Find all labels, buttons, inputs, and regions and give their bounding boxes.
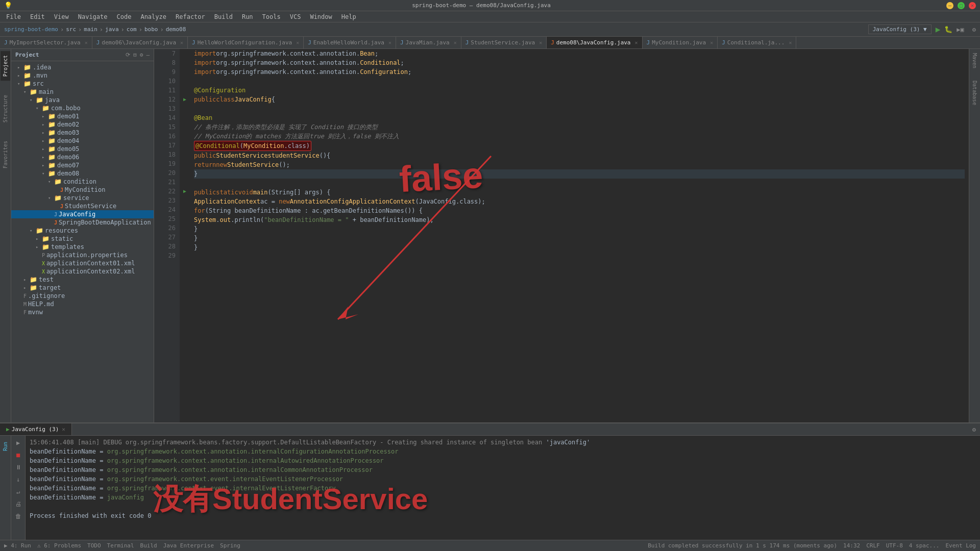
debug-button[interactable]: 🐛 (944, 26, 952, 33)
minimize-button[interactable]: — (946, 2, 953, 9)
code-line-10[interactable] (194, 77, 965, 86)
build-label[interactable]: Build (140, 542, 157, 549)
tab-close-icon[interactable]: ✕ (789, 40, 792, 45)
menu-item-file[interactable]: File (2, 12, 25, 21)
run-config-selector[interactable]: JavaConfig (3) ▼ (868, 24, 932, 34)
line-endings[interactable]: CRLF (866, 542, 880, 549)
menu-item-help[interactable]: Help (337, 12, 360, 21)
tab-helloworldconfig[interactable]: J HelloWorldConfiguration.java ✕ (188, 37, 304, 48)
restart-button[interactable]: ▶ (13, 438, 23, 448)
menu-item-analyze[interactable]: Analyze (136, 12, 170, 21)
tree-item-SpringBootDemoApp[interactable]: JSpringBootDemoApplication (11, 218, 154, 227)
tree-item-MyCondition[interactable]: JMyCondition (11, 186, 154, 194)
pause-button[interactable]: ⏸ (13, 462, 23, 472)
tree-item-mvnw[interactable]: Fmvnw (11, 308, 154, 316)
code-line-20[interactable]: } (194, 169, 965, 179)
run-tab-close[interactable]: ✕ (62, 426, 65, 433)
code-line-12[interactable]: public class JavaConfig { (194, 95, 965, 104)
menu-item-view[interactable]: View (50, 12, 73, 21)
tab-javaconfig-active[interactable]: J demo08\JavaConfig.java ✕ (547, 37, 642, 48)
code-line-23[interactable]: ApplicationContext ac = new AnnotationCo… (194, 197, 965, 206)
tree-item-java[interactable]: ▾📁java (11, 96, 154, 104)
code-line-19[interactable]: return new StudentService(); (194, 160, 965, 169)
vtab-structure[interactable]: Structure (1, 91, 10, 127)
print-button[interactable]: 🖨 (13, 499, 23, 509)
tab-close-icon[interactable]: ✕ (180, 40, 183, 45)
indent-display[interactable]: 4 spac... (909, 542, 940, 549)
code-line-22[interactable]: public static void main(String[] args) { (194, 188, 965, 197)
tab-studentservice[interactable]: J StudentService.java ✕ (461, 37, 547, 48)
terminal-label[interactable]: Terminal (107, 542, 134, 549)
toolbar-settings[interactable]: ⚙ (972, 26, 976, 33)
soft-wrap-button[interactable]: ↵ (13, 487, 23, 497)
tab-conditional[interactable]: J Conditional.ja... ✕ (718, 37, 796, 48)
code-line-17[interactable]: @Conditional(MyCondition.class) (194, 141, 965, 151)
menu-item-run[interactable]: Run (238, 12, 257, 21)
tree-item-app_props[interactable]: Papplication.properties (11, 251, 154, 259)
java-enterprise-label[interactable]: Java Enterprise (163, 542, 214, 549)
menu-item-window[interactable]: Window (306, 12, 336, 21)
run-vtab-run[interactable]: Run (1, 438, 10, 455)
code-line-13[interactable] (194, 104, 965, 113)
tree-item-static[interactable]: ▸📁static (11, 235, 154, 243)
tab-close-icon[interactable]: ✕ (635, 40, 638, 45)
code-line-11[interactable]: @Configuration (194, 86, 965, 95)
tree-item-idea[interactable]: ▸📁.idea (11, 63, 154, 71)
tree-item-appCtx02[interactable]: XapplicationContext02.xml (11, 267, 154, 276)
tree-item-target[interactable]: ▸📁target (11, 284, 154, 292)
code-line-8[interactable]: import org.springframework.context.annot… (194, 58, 965, 67)
clear-button[interactable]: 🗑 (13, 511, 23, 521)
tree-item-demo05[interactable]: ▸📁demo05 (11, 145, 154, 153)
tree-item-JavaConfig[interactable]: JJavaConfig (11, 210, 154, 218)
stop-button[interactable]: ■ (13, 450, 23, 460)
tree-item-test[interactable]: ▸📁test (11, 276, 154, 284)
problems-label[interactable]: ⚠ 6: Problems (37, 542, 81, 549)
tab-myimportselector[interactable]: J MyImportSelector.java ✕ (0, 37, 92, 48)
settings-icon[interactable]: ⚙ (140, 52, 143, 58)
close-panel-icon[interactable]: — (146, 52, 150, 58)
rvtab-database[interactable]: Database (970, 77, 979, 109)
tab-mycondition[interactable]: J MyCondition.java ✕ (643, 37, 718, 48)
tab-close-icon[interactable]: ✕ (388, 40, 391, 45)
tab-close-icon[interactable]: ✕ (539, 40, 542, 45)
code-line-21[interactable] (194, 179, 965, 188)
tab-close-icon[interactable]: ✕ (296, 40, 299, 45)
tab-javaconfig-demo06[interactable]: J demo06\JavaConfig.java ✕ (92, 37, 188, 48)
tree-item-templates[interactable]: ▸📁templates (11, 243, 154, 251)
run-settings-icon[interactable]: ⚙ (972, 426, 976, 433)
tree-item-src[interactable]: ▾📁src (11, 80, 154, 88)
run-tab-javaconfig[interactable]: ▶ JavaConfig (3) ✕ (0, 423, 72, 435)
code-line-7[interactable]: import org.springframework.context.annot… (194, 49, 965, 58)
menu-item-edit[interactable]: Edit (26, 12, 49, 21)
menu-item-vcs[interactable]: VCS (286, 12, 305, 21)
tab-enablehelloworld[interactable]: J EnableHelloWorld.java ✕ (304, 37, 396, 48)
code-line-18[interactable]: public StudentService studentService(){ (194, 151, 965, 160)
menu-item-refactor[interactable]: Refactor (172, 12, 209, 21)
rvtab-maven[interactable]: Maven (970, 49, 979, 72)
run-with-coverage-button[interactable]: ▶▣ (957, 26, 964, 33)
menu-item-navigate[interactable]: Navigate (74, 12, 112, 21)
tree-item-demo08[interactable]: ▾📁demo08 (11, 169, 154, 178)
tree-item-condition[interactable]: ▾📁condition (11, 178, 154, 186)
tree-item-mvn[interactable]: ▸📁.mvn (11, 71, 154, 80)
charset-display[interactable]: UTF-8 (886, 542, 903, 549)
todo-label[interactable]: TODO (87, 542, 101, 549)
code-line-25[interactable]: System.out.println("beanDefinitionName =… (194, 215, 965, 224)
code-editor[interactable]: import org.springframework.context.annot… (190, 49, 969, 422)
code-line-15[interactable]: // 条件注解，添加的类型必须是 实现了 Condition 接口的类型 (194, 122, 965, 132)
collapse-icon[interactable]: ⊟ (133, 52, 137, 58)
tree-item-StudentService[interactable]: JStudentService (11, 202, 154, 210)
tree-item-demo01[interactable]: ▸📁demo01 (11, 112, 154, 120)
tree-item-demo06[interactable]: ▸📁demo06 (11, 153, 154, 161)
scroll-end-button[interactable]: ↓ (13, 474, 23, 485)
tree-item-resources[interactable]: ▾📁resources (11, 227, 154, 235)
tab-close-icon[interactable]: ✕ (710, 40, 713, 45)
menu-item-code[interactable]: Code (113, 12, 136, 21)
event-log-label[interactable]: Event Log (945, 542, 976, 549)
tree-item-main[interactable]: ▾📁main (11, 88, 154, 96)
tree-item-gitignore[interactable]: F.gitignore (11, 292, 154, 300)
tree-item-service[interactable]: ▾📁service (11, 194, 154, 202)
close-button[interactable]: ✕ (969, 2, 976, 9)
tree-item-demo07[interactable]: ▸📁demo07 (11, 161, 154, 169)
tree-item-demo02[interactable]: ▸📁demo02 (11, 120, 154, 129)
